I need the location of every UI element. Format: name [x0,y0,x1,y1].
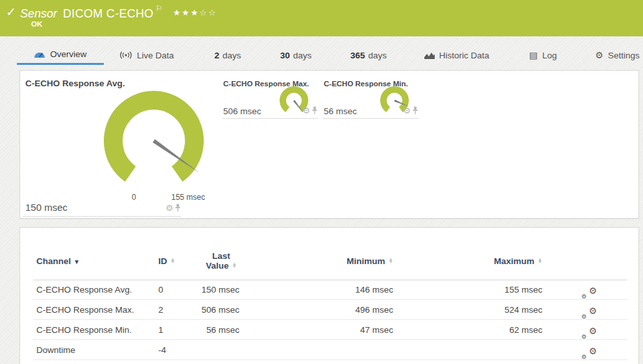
tab-overview[interactable]: Overview [17,45,104,65]
column-header-last-value[interactable]: Last Value▲▼ [199,251,244,271]
tab-30-days[interactable]: 30 days [273,45,319,65]
channel-maximum: 155 msec [478,280,542,300]
sort-desc-icon: ▼ [73,258,80,265]
tab-settings[interactable]: ⚙ Settings [592,45,643,65]
prtg-sensor-page: ✓ SensorDICOM C-ECHO⚐★★★☆☆ OK Overview L… [0,0,643,364]
gauges-panel: C-ECHO Response Avg. 0 155 msec 150 msec… [19,70,639,219]
priority-stars[interactable]: ★★★☆☆ [173,8,217,18]
gauge-avg [98,89,210,191]
column-header-id[interactable]: ID▲▼ [158,256,175,266]
gears-icon: ⚙⚙ [581,340,597,360]
channel-settings-button[interactable]: ⚙⚙ [581,320,601,340]
channel-last-value: 56 msec [175,320,239,340]
tab-number: 30 [280,51,290,60]
channel-name[interactable]: C-ECHO Response Max. [36,300,134,320]
gears-icon: ⚙⚙ [581,320,597,340]
gauge-icon [34,51,45,58]
channel-settings-button[interactable]: ⚙⚙ [581,300,601,320]
broadcast-icon [119,51,132,59]
channel-id: -4 [158,340,166,360]
channel-name[interactable]: Downtime [36,340,75,360]
gauge-footer-max: ⚙ [222,104,318,119]
tab-number: 2 [214,51,219,60]
pin-icon[interactable] [311,106,318,115]
channel-id: 0 [158,280,164,300]
status-badge: OK [31,20,42,28]
channel-settings-button[interactable]: ⚙⚙ [581,280,601,300]
tab-label: days [369,51,387,60]
channel-minimum: 146 msec [328,280,393,300]
flag-icon[interactable]: ⚐ [156,4,163,13]
log-list-icon: ▤ [529,51,538,60]
channel-maximum: 524 msec [478,300,542,320]
gauge-scale-max: 155 msec [166,193,205,202]
tab-number: 365 [350,51,365,60]
gear-icon[interactable]: ⚙ [302,106,310,115]
table-row: C-ECHO Response Min. 1 56 msec 47 msec 6… [33,320,627,340]
table-row: C-ECHO Response Max. 2 506 msec 496 msec… [33,300,627,320]
channel-minimum: 47 msec [328,320,393,340]
pin-icon[interactable] [412,106,419,115]
channel-settings-button[interactable]: ⚙⚙ [581,340,601,360]
gear-icon: ⚙ [595,51,603,60]
status-check-icon: ✓ [6,5,16,19]
channel-last-value: 506 msec [175,300,239,320]
table-row: C-ECHO Response Avg. 0 150 msec 146 msec… [33,280,627,300]
sensor-title-line: SensorDICOM C-ECHO⚐★★★☆☆ [20,4,217,21]
sort-icon: ▲▼ [389,258,393,264]
tab-log[interactable]: ▤ Log [523,45,563,65]
tab-label: Log [542,51,557,60]
sensor-type-label: Sensor [20,7,57,20]
tab-label: days [223,51,241,60]
sort-icon: ▲▼ [232,263,236,269]
channel-name[interactable]: C-ECHO Response Min. [36,320,132,340]
channel-id: 1 [158,320,164,340]
channel-name[interactable]: C-ECHO Response Avg. [36,280,132,300]
gauge-scale-min: 0 [132,193,136,202]
tab-label: Settings [608,51,640,60]
channel-last-value: 150 msec [175,280,239,300]
table-row: Downtime -4 ⚙⚙ [33,340,627,360]
gauge-title-avg: C-ECHO Response Avg. [25,79,125,88]
channels-table-panel: Channel▼ ID▲▼ Last Value▲▼ Minimum▲▼ Max… [19,227,639,364]
tab-label: Live Data [137,51,174,60]
sensor-status-bar: ✓ SensorDICOM C-ECHO⚐★★★☆☆ OK [0,0,643,36]
channel-id: 2 [158,300,164,320]
tab-2-days[interactable]: 2 days [208,45,248,65]
tab-label: Historic Data [439,51,489,60]
gauge-footer-min: ⚙ [322,104,419,119]
area-chart-icon [424,51,435,59]
gears-icon: ⚙⚙ [581,300,597,320]
tab-live-data[interactable]: Live Data [114,45,179,65]
gauge-footer-avg: ⚙ [23,202,181,217]
gears-icon: ⚙⚙ [581,280,597,300]
gear-icon[interactable]: ⚙ [165,203,173,213]
tab-365-days[interactable]: 365 days [344,45,393,65]
tab-label: days [293,51,312,60]
channel-minimum: 496 msec [328,300,393,320]
tab-label: Overview [50,49,86,59]
tab-historic-data[interactable]: Historic Data [419,45,495,65]
channel-maximum: 62 msec [478,320,542,340]
tab-bar: Overview Live Data 2 days 30 days 365 da… [17,45,643,65]
pin-icon[interactable] [175,204,181,212]
column-header-minimum[interactable]: Minimum▲▼ [328,256,393,266]
page-title: DICOM C-ECHO [63,7,154,20]
sort-icon: ▲▼ [171,258,175,264]
column-header-maximum[interactable]: Maximum▲▼ [478,256,542,266]
sort-icon: ▲▼ [538,258,542,264]
gear-icon[interactable]: ⚙ [403,106,411,115]
column-header-channel[interactable]: Channel▼ [36,256,80,266]
